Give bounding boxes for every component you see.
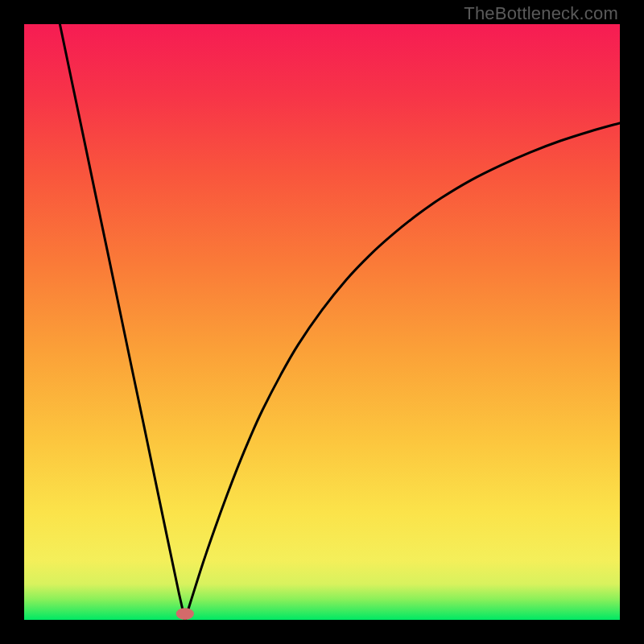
vertex-marker <box>176 608 194 620</box>
chart-background <box>24 24 620 620</box>
chart-frame <box>24 24 620 620</box>
chart-svg <box>24 24 620 620</box>
watermark-text: TheBottleneck.com <box>464 3 618 24</box>
